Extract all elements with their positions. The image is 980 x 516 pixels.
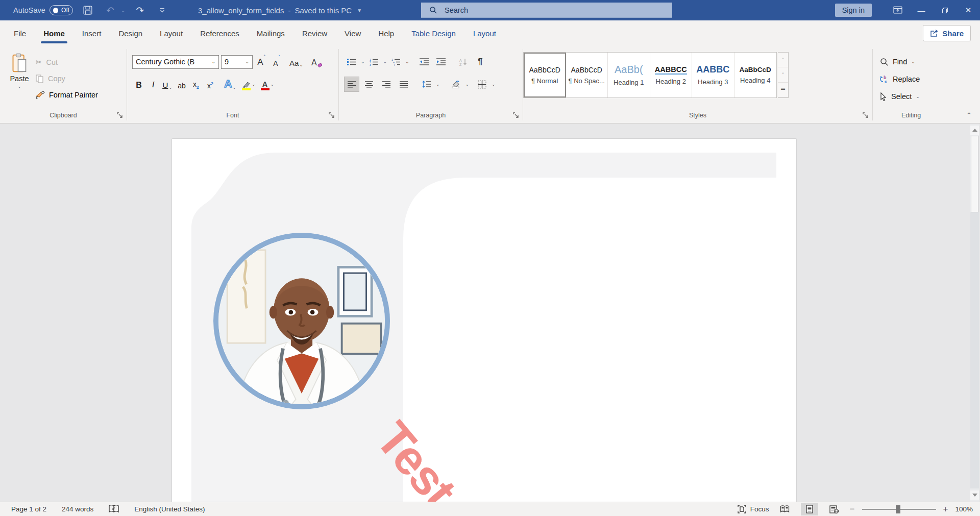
justify-button[interactable] xyxy=(396,77,411,92)
bold-button[interactable]: B xyxy=(132,77,145,92)
paste-button[interactable]: Paste ⌄ xyxy=(5,53,34,102)
select-chevron-icon[interactable]: ⌄ xyxy=(916,94,920,99)
style-normal[interactable]: AaBbCcD ¶ Normal xyxy=(524,53,566,97)
undo-chevron-icon[interactable]: ⌄ xyxy=(121,8,125,13)
style-heading-3[interactable]: AABBC Heading 3 xyxy=(692,53,734,97)
font-size-select[interactable]: 9 ⌄ xyxy=(221,55,253,69)
vertical-scrollbar[interactable] xyxy=(970,124,979,502)
align-center-button[interactable] xyxy=(361,77,377,92)
cut-button[interactable]: ✂ Cut xyxy=(36,54,98,70)
multilevel-list-button[interactable]: 1ai xyxy=(388,54,404,69)
focus-button[interactable]: Focus xyxy=(738,505,769,513)
zoom-in-button[interactable]: + xyxy=(943,504,948,514)
tab-review[interactable]: Review xyxy=(293,20,336,46)
style-heading-4[interactable]: AaBbCcD Heading 4 xyxy=(734,53,777,97)
line-spacing-chevron-icon[interactable]: ⌄ xyxy=(436,82,440,87)
style-heading-1[interactable]: AaBb( Heading 1 xyxy=(608,53,650,97)
word-count[interactable]: 244 words xyxy=(62,505,93,513)
strikethrough-button[interactable]: ab xyxy=(175,77,188,92)
tab-table-design[interactable]: Table Design xyxy=(403,20,464,46)
format-painter-button[interactable]: Format Painter xyxy=(36,87,98,103)
save-button[interactable] xyxy=(80,3,95,18)
find-button[interactable]: Find ⌄ xyxy=(880,53,949,70)
document-canvas[interactable]: Test xyxy=(0,124,980,502)
undo-button[interactable]: ↶ xyxy=(103,3,118,18)
numbering-button[interactable]: 123 xyxy=(366,54,382,69)
page-indicator[interactable]: Page 1 of 2 xyxy=(11,505,46,513)
align-right-button[interactable] xyxy=(379,77,394,92)
customize-quick-access-toolbar-button[interactable] xyxy=(155,3,170,18)
tab-design[interactable]: Design xyxy=(110,20,151,46)
read-mode-button[interactable] xyxy=(776,503,794,515)
zoom-slider[interactable] xyxy=(862,503,936,515)
borders-button[interactable] xyxy=(474,77,489,92)
align-left-button[interactable] xyxy=(344,77,359,92)
tab-home[interactable]: Home xyxy=(35,20,74,46)
font-dialog-launcher-icon[interactable] xyxy=(329,112,335,118)
styles-scroll-up-icon[interactable]: ˆ xyxy=(778,53,788,67)
italic-button[interactable]: I xyxy=(146,77,160,92)
zoom-level[interactable]: 100% xyxy=(955,505,973,513)
search-input[interactable]: Search xyxy=(421,3,672,18)
document-page[interactable]: Test xyxy=(172,139,796,502)
numbering-chevron-icon[interactable]: ⌄ xyxy=(383,59,387,64)
styles-dialog-launcher-icon[interactable] xyxy=(863,112,869,118)
scrollbar-track[interactable] xyxy=(970,212,979,488)
tab-layout[interactable]: Layout xyxy=(151,20,191,46)
bullets-chevron-icon[interactable]: ⌄ xyxy=(361,59,365,64)
tab-mailings[interactable]: Mailings xyxy=(248,20,293,46)
grow-font-button[interactable]: A ˆ xyxy=(255,54,268,69)
tab-file[interactable]: File xyxy=(5,20,35,46)
font-color-chevron-icon[interactable]: ⌄ xyxy=(271,82,275,87)
underline-button[interactable]: U ⌄ xyxy=(161,77,174,92)
change-case-button[interactable]: Aa ⌄ xyxy=(289,54,303,69)
web-layout-button[interactable] xyxy=(825,503,843,515)
style-heading-2[interactable]: AABBCC Heading 2 xyxy=(650,53,693,97)
copy-button[interactable]: Copy xyxy=(36,70,98,87)
bullets-button[interactable] xyxy=(344,54,359,69)
clipboard-dialog-launcher-icon[interactable] xyxy=(117,112,123,118)
line-spacing-button[interactable] xyxy=(419,77,434,92)
underline-chevron-icon[interactable]: ⌄ xyxy=(168,85,173,90)
proofing-status-button[interactable] xyxy=(109,505,119,513)
shrink-font-button[interactable]: A ˇ xyxy=(270,54,283,69)
tab-help[interactable]: Help xyxy=(370,20,403,46)
borders-chevron-icon[interactable]: ⌄ xyxy=(492,82,496,87)
print-layout-button[interactable] xyxy=(801,503,818,515)
style-no-spacing[interactable]: AaBbCcD ¶ No Spac... xyxy=(566,53,608,97)
text-effects-chevron-icon[interactable]: ⌄ xyxy=(232,85,236,90)
minimize-button[interactable]: — xyxy=(910,0,933,20)
doctor-photo[interactable] xyxy=(213,233,390,409)
zoom-slider-thumb[interactable] xyxy=(896,505,900,513)
collapse-ribbon-icon[interactable]: ⌃ xyxy=(966,111,972,119)
subscript-button[interactable]: x2 xyxy=(189,77,203,92)
zoom-out-button[interactable]: − xyxy=(850,504,855,514)
sign-in-button[interactable]: Sign in xyxy=(835,4,872,17)
scroll-up-button[interactable] xyxy=(970,126,979,135)
select-button[interactable]: Select ⌄ xyxy=(880,88,949,105)
ribbon-display-options-button[interactable] xyxy=(886,0,910,20)
share-button[interactable]: Share xyxy=(923,25,971,41)
superscript-button[interactable]: x2 xyxy=(204,77,217,92)
highlight-chevron-icon[interactable]: ⌄ xyxy=(252,82,256,87)
paste-chevron-icon[interactable]: ⌄ xyxy=(17,84,21,89)
tab-table-layout[interactable]: Layout xyxy=(464,20,505,46)
shading-chevron-icon[interactable]: ⌄ xyxy=(465,82,470,87)
clear-formatting-button[interactable]: A xyxy=(310,54,324,69)
redo-button[interactable]: ↷ xyxy=(132,3,148,18)
tab-references[interactable]: References xyxy=(191,20,248,46)
close-button[interactable]: ✕ xyxy=(957,0,980,20)
autosave-toggle[interactable]: Off xyxy=(50,5,73,15)
font-name-select[interactable]: Century Gothic (B ⌄ xyxy=(132,55,219,69)
decrease-indent-button[interactable] xyxy=(416,54,432,69)
styles-scroll-down-icon[interactable]: ˇ xyxy=(778,67,788,82)
highlight-button[interactable] xyxy=(242,77,251,92)
restore-button[interactable] xyxy=(933,0,957,20)
shading-button[interactable] xyxy=(448,77,463,92)
increase-indent-button[interactable] xyxy=(433,54,449,69)
find-chevron-icon[interactable]: ⌄ xyxy=(911,59,915,64)
text-effects-button[interactable]: A ⌄ xyxy=(224,77,237,92)
styles-gallery-more-icon[interactable]: ▬ˇ xyxy=(778,83,788,97)
language-status[interactable]: English (United States) xyxy=(134,505,205,513)
document-title[interactable]: 3_allow_only_form_fields - Saved to this… xyxy=(198,0,362,20)
